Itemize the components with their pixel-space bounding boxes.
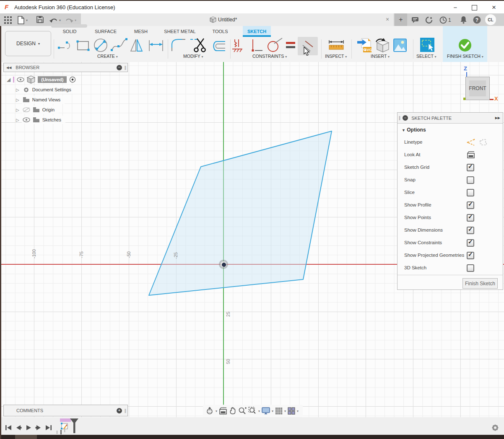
timeline-go-to-start-button[interactable] xyxy=(5,424,12,431)
pan-hand-icon[interactable] xyxy=(229,407,236,415)
browser-item-sketches[interactable]: ▷ Sketches xyxy=(16,116,65,124)
equal-constraint-icon[interactable] xyxy=(286,41,295,49)
browser-item-origin[interactable]: ▷ Origin xyxy=(16,106,59,114)
expander-icon[interactable]: ▷ xyxy=(16,88,19,92)
orbit-caret[interactable]: ▾ xyxy=(216,409,217,413)
show-profile-checkbox[interactable] xyxy=(467,201,474,209)
workspace-switcher[interactable]: DESIGN ▾ xyxy=(5,31,51,56)
timeline-settings-gear-icon[interactable] xyxy=(491,424,499,432)
sketch-palette-header[interactable]: || − SKETCH PALETTE ▶▶ xyxy=(397,113,503,124)
help-icon[interactable]: ? xyxy=(473,16,481,24)
browser-panel-header[interactable]: ◀◀ BROWSER − || xyxy=(3,63,128,72)
palette-minimize-icon[interactable]: − xyxy=(403,115,408,121)
viewports-caret[interactable]: ▾ xyxy=(297,409,299,413)
select-tool-icon[interactable] xyxy=(420,38,434,52)
fit-caret[interactable]: ▾ xyxy=(258,409,260,413)
finish-sketch-palette-button[interactable]: Finish Sketch xyxy=(462,278,498,289)
palette-expand-icon[interactable]: ▶▶ xyxy=(495,116,500,120)
undo-caret[interactable]: ▾ xyxy=(59,18,61,22)
insert-group-label[interactable]: INSERT ▾ xyxy=(371,54,390,59)
timeline-scrollbar[interactable] xyxy=(0,435,504,439)
measure-tool-icon[interactable] xyxy=(328,39,345,52)
comment-icon[interactable] xyxy=(411,17,419,23)
grid-display-caret[interactable]: ▾ xyxy=(284,409,286,413)
3d-sketch-checkbox[interactable] xyxy=(467,264,474,272)
timeline-step-back-button[interactable] xyxy=(15,424,22,431)
new-tab-button[interactable]: + xyxy=(395,13,407,26)
fix-constraint-icon[interactable] xyxy=(231,39,244,53)
redo-icon[interactable] xyxy=(65,17,73,23)
dimension-tool-icon[interactable] xyxy=(148,39,164,52)
sketch-profile[interactable] xyxy=(149,131,332,295)
maximize-button[interactable] xyxy=(472,5,477,10)
timeline-playhead-marker[interactable] xyxy=(70,418,79,433)
eye-icon[interactable] xyxy=(23,117,30,123)
activate-radio-icon[interactable] xyxy=(69,76,76,83)
viewcube-front-face[interactable]: FRONT xyxy=(465,77,490,100)
timeline-slider-handle[interactable] xyxy=(57,431,57,434)
sketch-grid-checkbox[interactable] xyxy=(467,164,474,171)
timeline-sketch-feature[interactable] xyxy=(60,422,70,432)
browser-root-row[interactable]: ◢ (Unsaved) xyxy=(7,75,76,84)
browser-grip[interactable]: || xyxy=(125,65,126,70)
display-settings-icon[interactable] xyxy=(262,407,270,415)
browser-item-named-views[interactable]: ▷ Named Views xyxy=(16,96,65,104)
snap-checkbox[interactable] xyxy=(467,176,474,184)
construction-line-icon[interactable] xyxy=(466,139,475,146)
tab-mesh[interactable]: MESH xyxy=(131,26,151,37)
origin-point[interactable] xyxy=(222,263,226,267)
look-at-nav-icon[interactable] xyxy=(219,407,227,415)
zoom-icon[interactable] xyxy=(238,407,247,415)
circle-tool-icon[interactable] xyxy=(93,38,109,53)
show-dimensions-checkbox[interactable] xyxy=(467,227,474,234)
document-name[interactable]: (Unsaved) xyxy=(38,76,67,83)
insert-mesh-icon[interactable] xyxy=(375,38,390,53)
file-icon[interactable] xyxy=(18,16,24,24)
document-tab[interactable]: Untitled* xyxy=(218,17,237,23)
options-section-header[interactable]: ▼ Options xyxy=(402,127,426,133)
offset-tool-icon[interactable] xyxy=(211,40,226,52)
timeline-go-to-end-button[interactable] xyxy=(45,424,52,431)
palette-grip[interactable]: || xyxy=(399,116,400,120)
mirror-tool-icon[interactable] xyxy=(130,39,144,53)
comments-grip[interactable]: || xyxy=(125,408,126,413)
job-status-icon[interactable] xyxy=(425,16,433,24)
show-constraints-checkbox[interactable] xyxy=(467,239,474,247)
show-points-checkbox[interactable] xyxy=(467,214,474,222)
timeline-scrollbar-thumb[interactable] xyxy=(15,435,37,439)
grid-display-icon[interactable] xyxy=(275,407,283,415)
line-tool-icon[interactable] xyxy=(58,39,74,51)
select-group-label[interactable]: SELECT ▾ xyxy=(416,54,436,59)
close-tab-icon[interactable]: × xyxy=(386,16,389,23)
add-comment-icon[interactable]: + xyxy=(117,408,122,413)
root-expander-icon[interactable]: ◢ xyxy=(7,77,10,83)
modify-group-label[interactable]: MODIFY ▾ xyxy=(183,54,203,59)
inspect-group-label[interactable]: INSPECT ▾ xyxy=(325,54,347,59)
clock-icon[interactable] xyxy=(439,16,447,24)
insert-image-icon[interactable] xyxy=(393,39,407,52)
orbit-icon[interactable] xyxy=(205,407,214,415)
viewports-icon[interactable] xyxy=(288,407,295,415)
file-menu-caret[interactable]: ▾ xyxy=(26,18,28,22)
user-avatar[interactable]: CL xyxy=(485,14,496,25)
constraints-group-label[interactable]: CONSTRAINTS ▾ xyxy=(252,54,287,59)
spline-tool-icon[interactable] xyxy=(110,38,128,53)
timeline-step-forward-button[interactable] xyxy=(35,424,42,431)
tab-sheet-metal[interactable]: SHEET METAL xyxy=(161,26,198,37)
timeline-play-button[interactable] xyxy=(25,424,32,431)
timeline-slider-handle[interactable] xyxy=(60,430,62,434)
tab-surface[interactable]: SURFACE xyxy=(91,26,120,37)
notification-bell-icon[interactable] xyxy=(460,16,467,24)
display-settings-caret[interactable]: ▾ xyxy=(272,409,273,413)
tab-sketch[interactable]: SKETCH xyxy=(243,26,271,37)
create-group-label[interactable]: CREATE ▾ xyxy=(97,54,118,59)
expander-icon[interactable]: ▷ xyxy=(16,98,19,102)
browser-collapse-icon[interactable]: ◀◀ xyxy=(6,66,11,70)
eye-off-icon[interactable] xyxy=(23,107,30,113)
comments-panel-header[interactable]: COMMENTS + || xyxy=(3,405,128,416)
trim-tool-icon[interactable] xyxy=(190,38,209,53)
tab-tools[interactable]: TOOLS xyxy=(209,26,231,37)
fillet-tool-icon[interactable] xyxy=(171,39,186,52)
eye-icon[interactable] xyxy=(17,77,24,82)
browser-item-document-settings[interactable]: ▷ Document Settings xyxy=(16,85,75,94)
